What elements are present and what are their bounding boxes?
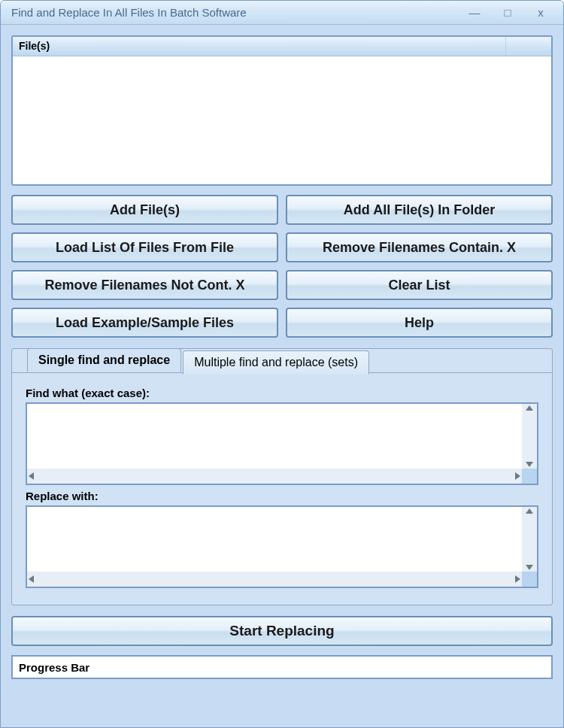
progress-bar-label: Progress Bar (19, 661, 89, 674)
find-horizontal-scrollbar[interactable] (27, 469, 522, 484)
replace-with-label: Replace with: (26, 490, 538, 502)
files-col-header-2[interactable] (506, 37, 551, 56)
scroll-corner (522, 469, 537, 484)
replace-vertical-scrollbar[interactable] (522, 507, 537, 572)
find-vertical-scrollbar[interactable] (522, 404, 537, 469)
scroll-right-icon[interactable] (515, 575, 520, 583)
tabs-header: Single find and replace Multiple find an… (12, 348, 552, 372)
tab-single-find-replace[interactable]: Single find and replace (27, 348, 181, 372)
files-list-panel: File(s) (11, 35, 553, 186)
add-all-files-folder-button[interactable]: Add All File(s) In Folder (286, 195, 553, 225)
find-what-label: Find what (exact case): (26, 387, 538, 399)
maximize-button[interactable]: □ (499, 5, 517, 20)
load-list-from-file-button[interactable]: Load List Of Files From File (11, 232, 278, 262)
clear-list-button[interactable]: Clear List (286, 270, 553, 300)
add-files-button[interactable]: Add File(s) (11, 195, 278, 225)
app-window: Find and Replace In All Files In Batch S… (0, 0, 564, 728)
replace-with-textarea[interactable] (26, 505, 538, 588)
scroll-left-icon[interactable] (29, 472, 34, 480)
load-sample-files-button[interactable]: Load Example/Sample Files (11, 308, 278, 338)
window-controls: — □ x (465, 5, 557, 20)
files-list-body[interactable] (13, 56, 551, 184)
button-grid: Add File(s) Add All File(s) In Folder Lo… (11, 195, 553, 338)
close-button[interactable]: x (532, 5, 550, 20)
minimize-button[interactable]: — (465, 5, 484, 20)
scroll-up-icon[interactable] (526, 405, 533, 411)
window-title: Find and Replace In All Files In Batch S… (7, 6, 465, 19)
tab-multiple-find-replace[interactable]: Multiple find and replace (sets) (183, 350, 369, 375)
find-what-content[interactable] (27, 404, 522, 469)
scroll-down-icon[interactable] (526, 565, 533, 570)
titlebar[interactable]: Find and Replace In All Files In Batch S… (1, 1, 563, 25)
remove-filenames-not-contain-button[interactable]: Remove Filenames Not Cont. X (11, 270, 278, 300)
tabs-container: Single find and replace Multiple find an… (11, 348, 553, 605)
find-what-textarea[interactable] (26, 402, 538, 485)
scroll-corner (522, 572, 537, 587)
help-button[interactable]: Help (286, 308, 553, 338)
replace-horizontal-scrollbar[interactable] (27, 572, 522, 587)
progress-bar: Progress Bar (11, 655, 553, 679)
files-col-header[interactable]: File(s) (13, 37, 506, 56)
scroll-right-icon[interactable] (515, 472, 520, 480)
tab-panel-single: Find what (exact case): (12, 372, 552, 597)
replace-with-content[interactable] (27, 507, 522, 572)
remove-filenames-contain-button[interactable]: Remove Filenames Contain. X (286, 232, 553, 262)
scroll-up-icon[interactable] (526, 508, 533, 514)
scroll-down-icon[interactable] (526, 462, 533, 467)
scroll-left-icon[interactable] (29, 575, 34, 583)
start-replacing-button[interactable]: Start Replacing (11, 616, 553, 646)
content-area: File(s) Add File(s) Add All File(s) In F… (1, 25, 563, 727)
files-list-header: File(s) (13, 37, 551, 56)
